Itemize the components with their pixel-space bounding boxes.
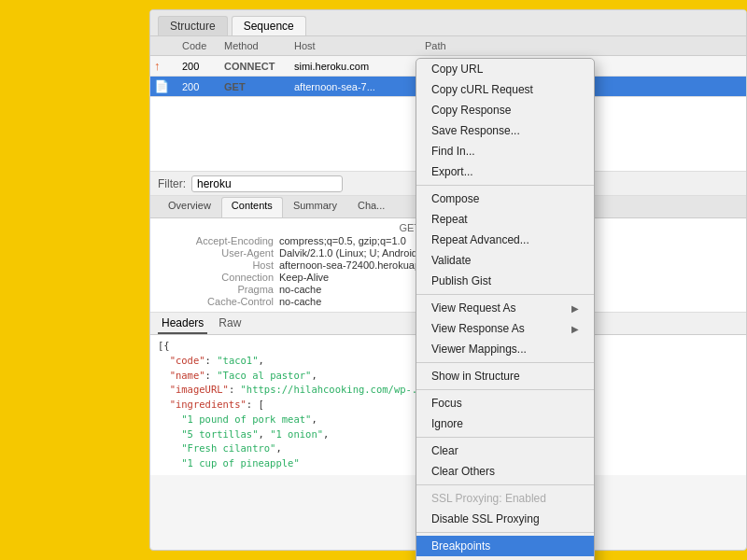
menu-focus[interactable]: Focus: [416, 393, 594, 413]
row-host: afternoon-sea-7...: [290, 79, 421, 94]
menu-ssl-proxying: SSL Proxying: Enabled: [416, 488, 594, 509]
row-method: GET: [220, 79, 290, 94]
menu-breakpoints[interactable]: Breakpoints: [416, 536, 594, 556]
tab-raw[interactable]: Raw: [215, 315, 245, 334]
row-arrow: ↑: [150, 57, 178, 75]
table-header: Code Method Host Path: [150, 36, 746, 56]
req-key: Connection: [158, 272, 279, 283]
menu-repeat-advanced[interactable]: Repeat Advanced...: [416, 230, 594, 250]
menu-separator: [416, 437, 594, 438]
submenu-arrow: ▶: [571, 303, 579, 314]
col-code: Code: [178, 38, 220, 53]
tab-bar: Structure Sequence: [150, 10, 746, 36]
context-menu: Copy URL Copy cURL Request Copy Response…: [416, 58, 595, 560]
col-host: Host: [290, 38, 421, 53]
menu-separator: [416, 185, 594, 186]
menu-separator: [416, 484, 594, 485]
req-key: Cache-Control: [158, 296, 279, 307]
col-path: Path: [421, 38, 746, 53]
menu-find-in[interactable]: Find In...: [416, 141, 594, 161]
menu-show-structure[interactable]: Show in Structure: [416, 366, 594, 386]
tab-overview[interactable]: Overview: [158, 197, 221, 217]
filter-label: Filter:: [158, 177, 186, 190]
row-arrow: 📄: [150, 77, 178, 95]
tab-structure[interactable]: Structure: [158, 16, 228, 35]
row-code: 200: [178, 59, 220, 74]
req-key: Pragma: [158, 284, 279, 295]
row-host: simi.heroku.com: [290, 59, 421, 74]
menu-clear-others[interactable]: Clear Others: [416, 461, 594, 482]
menu-viewer-mappings[interactable]: Viewer Mappings...: [416, 339, 594, 359]
menu-publish-gist[interactable]: Publish Gist: [416, 271, 594, 291]
req-key: User-Agent: [158, 247, 279, 259]
tab-contents[interactable]: Contents: [221, 197, 283, 217]
menu-copy-curl[interactable]: Copy cURL Request: [416, 79, 594, 100]
menu-separator: [416, 389, 594, 390]
row-method: CONNECT: [220, 59, 290, 74]
req-key: Accept-Encoding: [158, 235, 279, 246]
menu-clear[interactable]: Clear: [416, 441, 594, 461]
col-icon: [150, 38, 178, 53]
menu-separator: [416, 294, 594, 295]
filter-input[interactable]: [191, 175, 343, 192]
menu-validate[interactable]: Validate: [416, 250, 594, 271]
submenu-arrow: ▶: [571, 324, 579, 334]
tab-headers[interactable]: Headers: [158, 315, 207, 334]
menu-no-caching[interactable]: No Caching: [416, 556, 594, 560]
tab-sequence[interactable]: Sequence: [232, 16, 306, 35]
menu-disable-ssl[interactable]: Disable SSL Proxying: [416, 509, 594, 529]
menu-repeat[interactable]: Repeat: [416, 209, 594, 230]
col-method: Method: [220, 38, 290, 53]
tab-summary[interactable]: Summary: [283, 197, 347, 217]
menu-copy-response[interactable]: Copy Response: [416, 100, 594, 120]
menu-view-request-as[interactable]: View Request As ▶: [416, 298, 594, 318]
menu-export[interactable]: Export...: [416, 161, 594, 182]
menu-separator: [416, 362, 594, 363]
tab-cha[interactable]: Cha...: [347, 197, 395, 217]
menu-view-response-as[interactable]: View Response As ▶: [416, 318, 594, 339]
menu-ignore[interactable]: Ignore: [416, 413, 594, 434]
req-key: Host: [158, 259, 279, 271]
menu-save-response[interactable]: Save Response...: [416, 120, 594, 141]
menu-compose[interactable]: Compose: [416, 189, 594, 209]
menu-separator: [416, 532, 594, 533]
row-code: 200: [178, 79, 220, 94]
menu-copy-url[interactable]: Copy URL: [416, 59, 594, 79]
